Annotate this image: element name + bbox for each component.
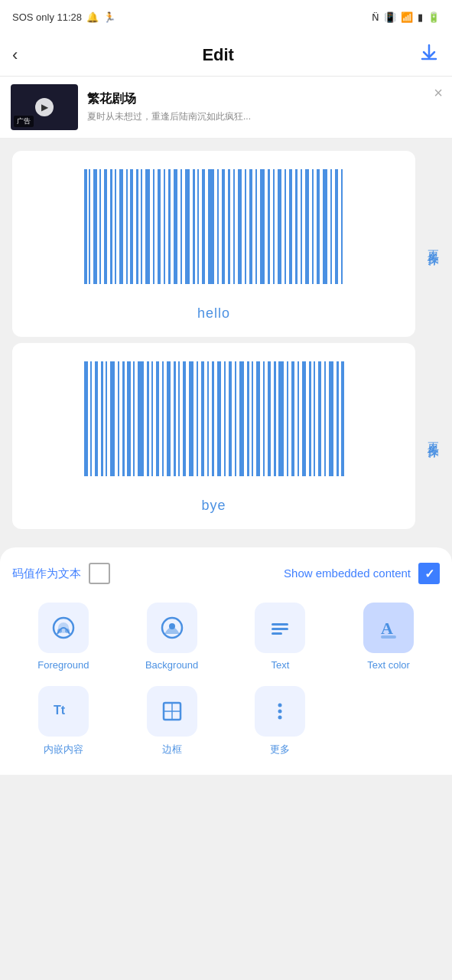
- svg-rect-45: [335, 169, 338, 284]
- svg-rect-17: [174, 169, 177, 284]
- svg-rect-9: [130, 169, 133, 284]
- tool-empty: [337, 686, 440, 756]
- border-label: 边框: [162, 743, 182, 756]
- status-left: SOS only 11:28 🔔 🏃: [12, 11, 115, 23]
- svg-rect-49: [95, 361, 98, 476]
- border-icon-box: [147, 686, 197, 737]
- svg-text:A: A: [381, 619, 393, 638]
- battery-icon: ▮: [418, 11, 423, 23]
- foreground-icon: [50, 614, 77, 642]
- svg-rect-20: [193, 169, 195, 284]
- ad-info: 繁花剧场 夏时从未想过，重逢后陆南沉如此疯狂...: [87, 91, 441, 123]
- barcode-card-1: hello: [12, 151, 415, 337]
- svg-rect-91: [329, 361, 333, 476]
- svg-rect-7: [119, 169, 123, 284]
- svg-rect-34: [273, 169, 275, 284]
- vibrate-icon: 📳: [384, 11, 396, 23]
- svg-rect-10: [136, 169, 138, 284]
- more-icon-box: [255, 686, 305, 737]
- barcode-label-2: bye: [201, 498, 226, 514]
- svg-rect-85: [298, 361, 299, 476]
- svg-rect-83: [287, 361, 288, 476]
- bell-icon: 🔔: [86, 11, 99, 23]
- more-actions-1[interactable]: 更多操作: [415, 241, 452, 247]
- svg-rect-53: [118, 361, 119, 476]
- svg-rect-78: [256, 361, 260, 476]
- svg-rect-56: [133, 361, 135, 476]
- svg-rect-101: [272, 628, 288, 630]
- tool-textcolor[interactable]: A Text color: [337, 603, 440, 671]
- tool-foreground[interactable]: Foreground: [12, 603, 115, 671]
- barcode-image-2: [28, 361, 400, 492]
- tool-border[interactable]: 边框: [121, 686, 223, 756]
- code-as-text-label: 码值作为文本: [12, 567, 81, 581]
- svg-rect-79: [263, 361, 265, 476]
- tool-more[interactable]: 更多: [229, 686, 332, 756]
- svg-rect-80: [268, 361, 271, 476]
- svg-rect-4: [104, 169, 107, 284]
- text-icon: [266, 614, 294, 642]
- svg-rect-16: [168, 169, 171, 284]
- toggle-right: Show embedded content: [284, 563, 440, 584]
- svg-rect-84: [291, 361, 294, 476]
- tool-embedded[interactable]: Tt 内嵌内容: [12, 686, 115, 756]
- svg-rect-39: [301, 169, 302, 284]
- ad-banner[interactable]: ▶ 广告 繁花剧场 夏时从未想过，重逢后陆南沉如此疯狂... ×: [0, 77, 452, 139]
- download-button[interactable]: [418, 42, 440, 68]
- svg-rect-48: [90, 361, 92, 476]
- svg-rect-29: [245, 169, 246, 284]
- background-label: Background: [145, 659, 198, 671]
- svg-point-99: [169, 623, 175, 629]
- svg-rect-37: [289, 169, 292, 284]
- background-icon-box: [147, 603, 197, 653]
- page-title: Edit: [202, 45, 234, 65]
- svg-rect-51: [106, 361, 107, 476]
- tool-background[interactable]: Background: [121, 603, 223, 671]
- svg-rect-104: [381, 635, 396, 639]
- barcode-image-1: [28, 169, 400, 299]
- svg-rect-23: [208, 169, 214, 284]
- svg-rect-87: [309, 361, 311, 476]
- svg-rect-12: [145, 169, 150, 284]
- status-sos: SOS only 11:28: [12, 11, 82, 23]
- more-icon: [266, 697, 294, 725]
- svg-rect-40: [305, 169, 309, 284]
- svg-rect-32: [260, 169, 265, 284]
- tool-text[interactable]: Text: [229, 603, 332, 671]
- content-area: hello 更多操作: [0, 139, 452, 541]
- show-embedded-label: Show embedded content: [284, 566, 411, 581]
- svg-rect-44: [330, 169, 332, 284]
- more-actions-2[interactable]: 更多操作: [415, 433, 452, 439]
- code-as-text-checkbox[interactable]: [89, 563, 110, 584]
- svg-rect-100: [272, 623, 288, 626]
- svg-rect-22: [202, 169, 205, 284]
- svg-rect-90: [324, 361, 326, 476]
- svg-text:Tt: Tt: [54, 704, 66, 717]
- svg-rect-82: [278, 361, 284, 476]
- svg-rect-86: [302, 361, 306, 476]
- svg-rect-55: [127, 361, 131, 476]
- ad-title: 繁花剧场: [87, 91, 441, 107]
- back-button[interactable]: ‹: [12, 45, 18, 65]
- more-label: 更多: [270, 743, 290, 756]
- svg-rect-57: [138, 361, 144, 476]
- text-label: Text: [271, 659, 289, 671]
- svg-point-111: [278, 716, 282, 720]
- play-button[interactable]: ▶: [35, 98, 54, 116]
- text-icon-box: [255, 603, 305, 653]
- svg-rect-50: [101, 361, 103, 476]
- svg-rect-2: [93, 169, 97, 284]
- status-bar: SOS only 11:28 🔔 🏃 N̈ 📳 📶 ▮ 🔋: [0, 0, 452, 34]
- embedded-label: 内嵌内容: [44, 743, 83, 756]
- ad-close-button[interactable]: ×: [434, 84, 443, 102]
- svg-rect-81: [274, 361, 276, 476]
- svg-rect-70: [212, 361, 214, 476]
- svg-rect-64: [178, 361, 180, 476]
- svg-point-96: [57, 629, 62, 633]
- show-embedded-checkbox[interactable]: [418, 563, 440, 584]
- svg-rect-68: [201, 361, 204, 476]
- svg-rect-6: [115, 169, 116, 284]
- svg-rect-41: [312, 169, 314, 284]
- svg-rect-0: [84, 169, 87, 284]
- svg-rect-74: [235, 361, 236, 476]
